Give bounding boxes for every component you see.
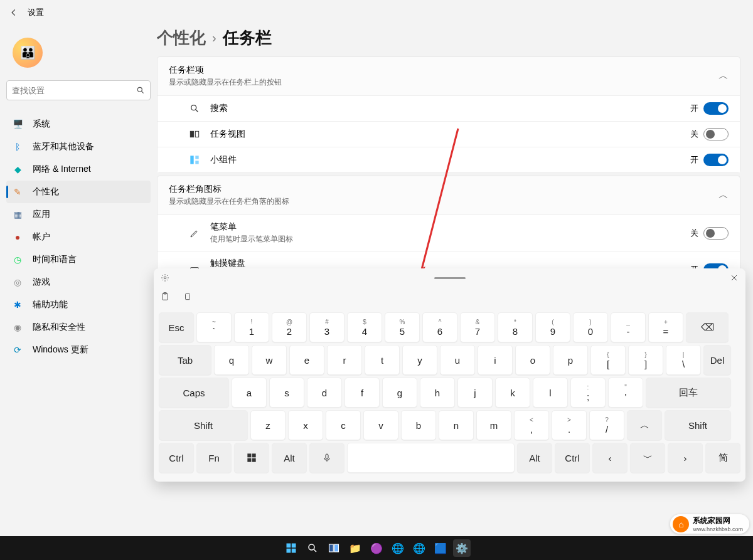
key-alt-right[interactable]: Alt — [517, 443, 552, 473]
key-=[interactable]: += — [648, 312, 683, 342]
key-o[interactable]: o — [515, 345, 550, 375]
sidebar-item-9[interactable]: ◉隐私和安全性 — [6, 316, 151, 339]
taskbar-app-2[interactable]: 🟦 — [432, 539, 449, 557]
keyboard-settings-icon[interactable] — [160, 273, 170, 283]
sidebar-item-8[interactable]: ✱辅助功能 — [6, 293, 151, 316]
sidebar-item-2[interactable]: ◆网络 & Internet — [6, 158, 151, 181]
key-punct[interactable]: >. — [552, 410, 587, 440]
key-7[interactable]: &7 — [460, 312, 495, 342]
sidebar-item-4[interactable]: ▦应用 — [6, 203, 151, 226]
back-button[interactable] — [6, 5, 21, 20]
key-q[interactable]: q — [214, 345, 249, 375]
key-punct[interactable]: ?/ — [589, 410, 624, 440]
toggle-switch[interactable] — [703, 102, 729, 115]
search-box[interactable] — [6, 80, 151, 100]
sidebar-item-10[interactable]: ⟳Windows 更新 — [6, 339, 151, 361]
key-arrow-up[interactable]: ︿ — [627, 410, 662, 440]
key-ctrl-left[interactable]: Ctrl — [159, 443, 194, 473]
key-e[interactable]: e — [289, 345, 324, 375]
key-arrow-down[interactable]: ﹀ — [630, 443, 665, 473]
key-backspace[interactable]: ⌫ — [686, 312, 729, 342]
taskbar-app-1[interactable]: 🟣 — [368, 539, 385, 557]
taskbar-explorer[interactable]: 📁 — [346, 539, 364, 557]
sidebar-item-3[interactable]: ✎个性化 — [6, 181, 151, 203]
key-n[interactable]: n — [439, 410, 474, 440]
key-y[interactable]: y — [402, 345, 437, 375]
key-u[interactable]: u — [440, 345, 475, 375]
taskbar-settings[interactable]: ⚙️ — [453, 539, 471, 557]
key-s[interactable]: s — [269, 378, 304, 408]
key-ime[interactable]: 简 — [705, 443, 740, 473]
key-caps[interactable]: Caps — [159, 378, 229, 408]
clipboard-history-icon[interactable] — [160, 292, 170, 302]
key-punct[interactable]: :; — [570, 378, 606, 408]
key-`[interactable]: ~` — [196, 312, 232, 342]
key-bracket[interactable]: |\ — [666, 345, 701, 375]
key-1[interactable]: !1 — [234, 312, 269, 342]
toggle-switch[interactable] — [703, 128, 729, 140]
taskbar-chrome-2[interactable]: 🌐 — [410, 539, 428, 557]
key-2[interactable]: @2 — [272, 312, 307, 342]
key-arrow-left[interactable]: ‹ — [592, 443, 628, 473]
sidebar-item-5[interactable]: ●帐户 — [6, 226, 151, 248]
breadcrumb-parent[interactable]: 个性化 — [157, 27, 206, 49]
sidebar-item-0[interactable]: 🖥️系统 — [6, 113, 151, 135]
key-9[interactable]: (9 — [535, 312, 570, 342]
taskbar-taskview[interactable] — [325, 539, 343, 557]
key-ctrl-right[interactable]: Ctrl — [555, 443, 590, 473]
section-header[interactable]: 任务栏项 显示或隐藏显示在任务栏上的按钮 ︿ — [158, 57, 740, 95]
key-r[interactable]: r — [327, 345, 362, 375]
key-d[interactable]: d — [307, 378, 342, 408]
key-z[interactable]: z — [250, 410, 286, 440]
key-0[interactable]: )0 — [573, 312, 608, 342]
sidebar-item-7[interactable]: ◎游戏 — [6, 271, 151, 293]
start-button[interactable] — [282, 539, 300, 557]
key-t[interactable]: t — [365, 345, 400, 375]
avatar[interactable]: 👪 — [13, 38, 43, 68]
key-i[interactable]: i — [478, 345, 513, 375]
key-enter[interactable]: 回车 — [646, 378, 731, 408]
key-bracket[interactable]: }] — [628, 345, 663, 375]
key--[interactable]: _- — [611, 312, 646, 342]
key-8[interactable]: *8 — [498, 312, 533, 342]
key-esc[interactable]: Esc — [159, 312, 194, 342]
keyboard-drag-handle[interactable] — [434, 277, 466, 279]
toggle-switch[interactable] — [703, 154, 729, 166]
key-win[interactable] — [234, 443, 269, 473]
key-v[interactable]: v — [363, 410, 398, 440]
key-shift-left[interactable]: Shift — [159, 410, 248, 440]
key-arrow-right[interactable]: › — [668, 443, 703, 473]
key-4[interactable]: $4 — [347, 312, 382, 342]
toggle-switch[interactable] — [703, 227, 729, 240]
search-input[interactable] — [12, 86, 136, 95]
key-m[interactable]: m — [476, 410, 511, 440]
close-keyboard-icon[interactable] — [729, 273, 739, 283]
key-k[interactable]: k — [495, 378, 530, 408]
key-fn[interactable]: Fn — [196, 443, 232, 473]
key-x[interactable]: x — [288, 410, 323, 440]
sidebar-item-6[interactable]: ◷时间和语言 — [6, 248, 151, 271]
key-c[interactable]: c — [326, 410, 361, 440]
key-b[interactable]: b — [401, 410, 436, 440]
paste-icon[interactable] — [183, 292, 193, 302]
key-w[interactable]: w — [252, 345, 287, 375]
key-5[interactable]: %5 — [385, 312, 420, 342]
key-6[interactable]: ^6 — [422, 312, 457, 342]
key-mic[interactable] — [309, 443, 344, 473]
key-punct[interactable]: "' — [608, 378, 643, 408]
key-bracket[interactable]: {[ — [590, 345, 626, 375]
key-tab[interactable]: Tab — [159, 345, 211, 375]
key-a[interactable]: a — [232, 378, 267, 408]
key-p[interactable]: p — [553, 345, 588, 375]
taskbar-search[interactable] — [304, 539, 321, 557]
key-f[interactable]: f — [344, 378, 380, 408]
key-g[interactable]: g — [382, 378, 417, 408]
key-del[interactable]: Del — [703, 345, 731, 375]
key-3[interactable]: #3 — [309, 312, 344, 342]
key-l[interactable]: l — [533, 378, 568, 408]
sidebar-item-1[interactable]: ᛒ蓝牙和其他设备 — [6, 135, 151, 158]
key-shift-right[interactable]: Shift — [665, 410, 731, 440]
section-header[interactable]: 任务栏角图标 显示或隐藏显示在任务栏角落的图标 ︿ — [158, 176, 740, 214]
taskbar-chrome[interactable]: 🌐 — [389, 539, 407, 557]
key-h[interactable]: h — [420, 378, 455, 408]
